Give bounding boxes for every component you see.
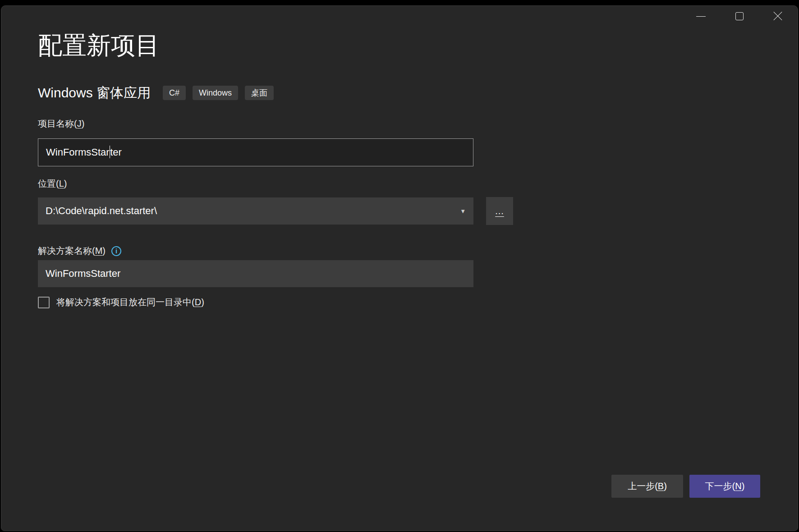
project-name-label: 项目名称(J) <box>38 118 84 130</box>
solution-name-label: 解决方案名称(M) <box>38 245 106 257</box>
tag-language: C# <box>163 86 186 100</box>
close-button[interactable] <box>758 6 797 27</box>
browse-button[interactable]: ... <box>486 197 513 225</box>
minimize-icon <box>696 16 706 17</box>
maximize-icon <box>735 12 744 20</box>
chevron-down-icon[interactable]: ▼ <box>460 208 466 215</box>
configure-project-dialog: 配置新项目 Windows 窗体应用 C# Windows 桌面 项目名称(J)… <box>1 5 798 531</box>
back-button[interactable]: 上一步(B) <box>611 475 683 498</box>
same-directory-checkbox[interactable] <box>38 297 50 308</box>
template-name: Windows 窗体应用 <box>38 84 151 102</box>
solution-name-input[interactable]: WinFormsStarter <box>38 260 473 287</box>
location-label: 位置(L) <box>38 178 67 190</box>
next-button[interactable]: 下一步(N) <box>689 475 760 498</box>
solution-name-label-row: 解决方案名称(M) i <box>38 245 121 257</box>
ellipsis-icon: ... <box>495 206 504 216</box>
same-directory-row: 将解决方案和项目放在同一目录中(D) <box>38 296 204 308</box>
project-name-input[interactable]: WinFormsStarter <box>38 138 473 166</box>
same-directory-label[interactable]: 将解决方案和项目放在同一目录中(D) <box>56 296 204 308</box>
minimize-button[interactable] <box>682 6 720 27</box>
window-controls <box>682 6 797 27</box>
location-row: D:\Code\rapid.net.starter\ ▼ ... <box>38 197 513 225</box>
dialog-footer: 上一步(B) 下一步(N) <box>611 475 760 498</box>
template-header: Windows 窗体应用 C# Windows 桌面 <box>38 84 274 101</box>
tag-platform: Windows <box>193 86 238 100</box>
template-tags: C# Windows 桌面 <box>163 86 274 100</box>
info-icon[interactable]: i <box>111 246 121 256</box>
close-icon <box>772 11 783 22</box>
location-combobox[interactable]: D:\Code\rapid.net.starter\ ▼ <box>38 197 473 225</box>
location-value: D:\Code\rapid.net.starter\ <box>46 205 157 217</box>
tag-project-type: 桌面 <box>245 86 274 100</box>
page-title: 配置新项目 <box>38 29 160 61</box>
maximize-button[interactable] <box>720 6 758 27</box>
